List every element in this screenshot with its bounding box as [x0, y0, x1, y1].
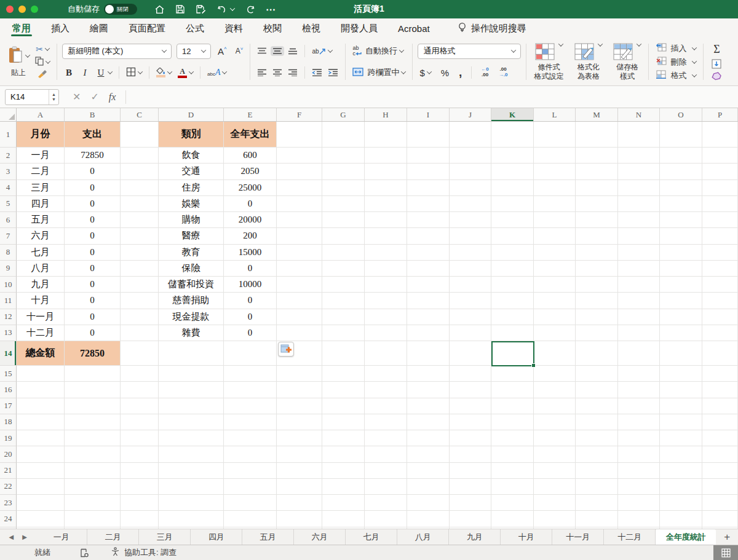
- cell-N7[interactable]: [618, 228, 660, 244]
- cell-A5[interactable]: 四月: [17, 196, 65, 212]
- cell-B15[interactable]: [65, 366, 121, 382]
- cell-I14[interactable]: [407, 341, 450, 366]
- increase-decimal-button[interactable]: ←0.00: [479, 66, 490, 79]
- add-sheet-button[interactable]: +: [716, 529, 738, 545]
- cell-C8[interactable]: [121, 245, 159, 261]
- cell-C9[interactable]: [121, 261, 159, 277]
- cell-C11[interactable]: [121, 293, 159, 309]
- cell-G11[interactable]: [322, 293, 365, 309]
- column-header-N[interactable]: N: [618, 108, 660, 121]
- cell-M15[interactable]: [576, 366, 618, 382]
- cell-L7[interactable]: [534, 228, 576, 244]
- cell-E12[interactable]: 0: [224, 309, 277, 325]
- ribbon-tab-公式[interactable]: 公式: [184, 18, 205, 38]
- cell-A11[interactable]: 十月: [17, 293, 65, 309]
- font-size-select[interactable]: 12: [177, 44, 211, 59]
- row-header-7[interactable]: 7: [0, 228, 17, 244]
- cell-E3[interactable]: 2050: [224, 164, 277, 179]
- cell-B11[interactable]: 0: [65, 293, 121, 309]
- cell-B22[interactable]: [65, 479, 121, 495]
- cell-J25[interactable]: [450, 527, 491, 529]
- cell-A10[interactable]: 九月: [17, 277, 65, 293]
- comma-format-button[interactable]: ,: [457, 68, 464, 77]
- cell-H25[interactable]: [365, 527, 407, 529]
- cell-G18[interactable]: [322, 414, 365, 430]
- sheet-tab-二月[interactable]: 二月: [87, 529, 139, 545]
- column-header-M[interactable]: M: [576, 108, 618, 121]
- home-icon[interactable]: [154, 4, 165, 15]
- cell-I2[interactable]: [407, 148, 450, 164]
- cell-F10[interactable]: [277, 277, 322, 293]
- cell-A14[interactable]: 總金額: [17, 341, 65, 366]
- cell-P23[interactable]: [702, 495, 738, 511]
- cell-D10[interactable]: 儲蓄和投資: [159, 277, 224, 293]
- cell-B13[interactable]: 0: [65, 325, 121, 341]
- decrease-font-size-button[interactable]: A˅: [234, 45, 245, 57]
- select-all-corner[interactable]: [0, 108, 17, 121]
- cell-C2[interactable]: [121, 148, 159, 164]
- increase-indent-button[interactable]: [326, 68, 340, 77]
- cell-G6[interactable]: [322, 212, 365, 228]
- cell-N8[interactable]: [618, 245, 660, 261]
- next-sheet-icon[interactable]: ▶: [22, 534, 27, 540]
- insert-cells-button[interactable]: 插入: [654, 42, 698, 55]
- cell-K17[interactable]: [491, 398, 534, 414]
- cell-P16[interactable]: [702, 382, 738, 398]
- cell-F6[interactable]: [277, 212, 322, 228]
- cell-M7[interactable]: [576, 228, 618, 244]
- cell-B8[interactable]: 0: [65, 245, 121, 261]
- cell-A12[interactable]: 十一月: [17, 309, 65, 325]
- decrease-indent-button[interactable]: [310, 68, 324, 77]
- cell-J1[interactable]: [450, 122, 491, 148]
- cell-N6[interactable]: [618, 212, 660, 228]
- cell-E2[interactable]: 600: [224, 148, 277, 164]
- cell-L2[interactable]: [534, 148, 576, 164]
- name-box-stepper[interactable]: ▲▼: [49, 90, 58, 105]
- cell-C15[interactable]: [121, 366, 159, 382]
- cell-F22[interactable]: [277, 479, 322, 495]
- autosave-toggle[interactable]: 關閉: [104, 4, 137, 15]
- cell-B16[interactable]: [65, 382, 121, 398]
- cell-H16[interactable]: [365, 382, 407, 398]
- save-as-icon[interactable]: [196, 4, 206, 14]
- cell-I5[interactable]: [407, 196, 450, 212]
- cell-H4[interactable]: [365, 180, 407, 196]
- cell-I18[interactable]: [407, 414, 450, 430]
- cell-K22[interactable]: [491, 479, 534, 495]
- cell-D19[interactable]: [159, 430, 224, 446]
- cell-H8[interactable]: [365, 245, 407, 261]
- cell-L22[interactable]: [534, 479, 576, 495]
- cell-A18[interactable]: [17, 414, 65, 430]
- cell-I13[interactable]: [407, 325, 450, 341]
- format-cells-button[interactable]: 格式: [654, 69, 698, 82]
- cell-H22[interactable]: [365, 479, 407, 495]
- cell-D21[interactable]: [159, 463, 224, 479]
- cell-D25[interactable]: [159, 527, 224, 529]
- cell-L1[interactable]: [534, 122, 576, 148]
- cell-E13[interactable]: 0: [224, 325, 277, 341]
- cell-H23[interactable]: [365, 495, 407, 511]
- cell-J17[interactable]: [450, 398, 491, 414]
- ribbon-tab-插入[interactable]: 插入: [50, 18, 71, 38]
- cell-P9[interactable]: [702, 261, 738, 277]
- cell-C24[interactable]: [121, 511, 159, 527]
- cell-C7[interactable]: [121, 228, 159, 244]
- cell-G4[interactable]: [322, 180, 365, 196]
- cell-P3[interactable]: [702, 164, 738, 179]
- formula-input[interactable]: [126, 86, 738, 108]
- column-header-C[interactable]: C: [121, 108, 159, 121]
- row-header-12[interactable]: 12: [0, 309, 17, 325]
- cell-F12[interactable]: [277, 309, 322, 325]
- cell-D11[interactable]: 慈善捐助: [159, 293, 224, 309]
- cell-K5[interactable]: [491, 196, 534, 212]
- cell-E7[interactable]: 200: [224, 228, 277, 244]
- cell-O5[interactable]: [660, 196, 702, 212]
- cell-D5[interactable]: 娛樂: [159, 196, 224, 212]
- cell-D7[interactable]: 醫療: [159, 228, 224, 244]
- cell-N17[interactable]: [618, 398, 660, 414]
- cell-G2[interactable]: [322, 148, 365, 164]
- column-header-O[interactable]: O: [660, 108, 702, 121]
- cell-K3[interactable]: [491, 164, 534, 179]
- cell-A9[interactable]: 八月: [17, 261, 65, 277]
- cell-O20[interactable]: [660, 446, 702, 462]
